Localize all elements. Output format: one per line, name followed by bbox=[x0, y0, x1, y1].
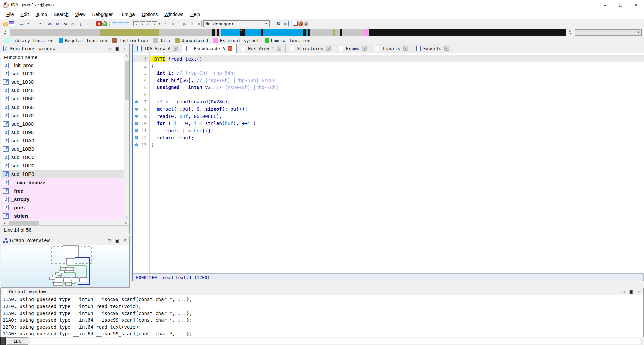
menu-edit[interactable]: Edit bbox=[17, 11, 32, 18]
reanalyze-icon[interactable]: A bbox=[96, 21, 102, 26]
minimize-button[interactable]: – bbox=[597, 0, 613, 10]
menu-help[interactable]: Help bbox=[187, 11, 203, 18]
open-hex-window-icon[interactable] bbox=[118, 22, 123, 26]
back-history-dropdown-icon[interactable]: ▾ bbox=[26, 20, 30, 27]
function-row[interactable]: f_puts bbox=[1, 203, 124, 212]
menu-options[interactable]: Options bbox=[138, 11, 161, 18]
maximize-button[interactable]: □ bbox=[613, 0, 628, 10]
forward-history-dropdown-icon[interactable]: ▾ bbox=[38, 20, 42, 27]
lumina-icon[interactable] bbox=[102, 21, 107, 26]
tab-exports[interactable]: Exports× bbox=[412, 44, 453, 53]
menu-windows[interactable]: Windows bbox=[161, 11, 187, 18]
close-button[interactable]: × bbox=[628, 0, 644, 10]
patch-program-icon[interactable]: * bbox=[162, 20, 169, 27]
scroll-up-icon[interactable]: ∧ bbox=[126, 53, 128, 58]
function-row[interactable]: fsub_10B0 bbox=[1, 145, 124, 153]
script-command-icon[interactable] bbox=[293, 21, 298, 26]
functions-list[interactable]: Function name f_init_procfsub_1020fsub_1… bbox=[1, 53, 129, 220]
navband-right-arrows[interactable]: ▶◀ bbox=[568, 30, 572, 35]
navband-range-selector[interactable]: ▼ bbox=[575, 29, 642, 36]
graph-overview-thumbnail[interactable] bbox=[1, 245, 129, 286]
scroll-down-icon[interactable]: ∨ bbox=[126, 215, 128, 220]
tab-pseudocode-a[interactable]: Pseudocode-A× bbox=[182, 44, 237, 53]
menu-file[interactable]: File bbox=[3, 11, 17, 18]
function-row[interactable]: fsub_1090 bbox=[1, 128, 124, 136]
float-panel-button[interactable]: ▣ bbox=[629, 290, 633, 294]
search-text-icon[interactable]: ∞ bbox=[46, 20, 53, 27]
menu-search[interactable]: Search bbox=[50, 11, 72, 18]
code-line-6[interactable]: 6 bbox=[133, 91, 644, 98]
navband-arrow-icon[interactable]: ▶ bbox=[3, 32, 7, 35]
debugger-start-icon[interactable]: ▶ bbox=[181, 20, 188, 27]
tab-close-icon[interactable]: × bbox=[444, 46, 449, 51]
make-code-icon[interactable]: c bbox=[133, 21, 139, 26]
function-row[interactable]: f_strlen bbox=[1, 212, 124, 220]
menu-jump[interactable]: Jump bbox=[32, 11, 50, 18]
float-panel-button[interactable]: ▣ bbox=[115, 238, 119, 243]
close-panel-button[interactable]: × bbox=[124, 238, 126, 243]
tab-hex-view-1[interactable]: Hex View-1× bbox=[237, 44, 286, 53]
search-names-icon[interactable]: ∞ bbox=[54, 20, 61, 27]
function-row[interactable]: fsub_10D0 bbox=[1, 161, 124, 170]
tab-close-icon[interactable]: × bbox=[228, 46, 232, 51]
function-row[interactable]: fsub_1080 bbox=[1, 120, 124, 128]
add-breakpoint-icon[interactable]: + bbox=[298, 21, 303, 26]
function-row[interactable]: fsub_1060 bbox=[1, 103, 124, 111]
function-row[interactable]: f_strcpy bbox=[1, 195, 124, 203]
pseudocode-view[interactable]: 1_BYTE *read_text()2{3 int i; // [rsp+Ch… bbox=[132, 53, 644, 273]
code-line-5[interactable]: 5 unsigned __int64 v3; // [rsp+48h] [rbp… bbox=[133, 84, 644, 91]
jump-to-address-icon[interactable]: ↓ bbox=[77, 20, 84, 27]
run-to-cursor-icon[interactable]: ▶ bbox=[283, 21, 289, 26]
maximize-panel-button[interactable]: □ bbox=[108, 238, 110, 243]
function-row[interactable]: f_free bbox=[1, 187, 124, 195]
collapsed-sidebar-handle[interactable] bbox=[0, 337, 6, 345]
functions-horizontal-scrollbar[interactable]: < > bbox=[1, 220, 129, 225]
tab-ida-view-a[interactable]: IDA View-A× bbox=[133, 44, 182, 53]
menu-lumina[interactable]: Lumina bbox=[116, 11, 138, 18]
function-name-column-header[interactable]: Function name bbox=[1, 53, 129, 61]
navigate-back-icon[interactable]: ← bbox=[18, 20, 25, 27]
navigate-forward-icon[interactable]: → bbox=[31, 20, 38, 27]
function-row[interactable]: fsub_1050 bbox=[1, 94, 124, 103]
tab-close-icon[interactable]: × bbox=[326, 46, 331, 51]
function-row[interactable]: fsub_1020 bbox=[1, 69, 124, 78]
function-row[interactable]: fsub_10E0 bbox=[1, 170, 124, 178]
tab-structures[interactable]: Structures× bbox=[286, 44, 335, 53]
horizontal-scroll-thumb[interactable] bbox=[9, 221, 39, 225]
debugger-selector[interactable]: No debugger▼ bbox=[203, 20, 270, 27]
debugger-pause-icon[interactable]: ‖ bbox=[189, 21, 195, 26]
save-file-icon[interactable] bbox=[9, 21, 14, 26]
search-immediate-icon[interactable]: ∞ bbox=[62, 20, 69, 27]
tab-enums[interactable]: Enums× bbox=[335, 44, 371, 53]
tab-close-icon[interactable]: × bbox=[173, 46, 178, 51]
jump-by-name-icon[interactable]: ☺ bbox=[85, 20, 92, 27]
navigation-band[interactable]: ↓ bbox=[10, 29, 566, 36]
vertical-splitter[interactable] bbox=[130, 44, 132, 288]
make-dropdown-icon[interactable]: ▾ bbox=[158, 20, 161, 27]
function-row[interactable]: f_init_proc bbox=[1, 61, 124, 69]
open-file-icon[interactable] bbox=[3, 22, 8, 26]
code-line-3[interactable]: 3 int i; // [rsp+Ch] [rbp-54h] bbox=[133, 70, 644, 77]
menu-view[interactable]: View bbox=[72, 11, 89, 18]
code-line-4[interactable]: 4 char buf[56]; // [rsp+10h] [rbp-50h] B… bbox=[133, 77, 644, 84]
recompile-icon[interactable]: ↻ bbox=[275, 20, 282, 27]
open-disassembly-window-icon[interactable] bbox=[112, 22, 117, 26]
output-log[interactable]: 11A0: using guessed type __int64 __isoc9… bbox=[1, 295, 643, 337]
code-line-9[interactable]: 9 read(0, buf, 0x100uLL); bbox=[133, 113, 644, 120]
vertical-scroll-thumb[interactable] bbox=[125, 61, 129, 100]
close-panel-button[interactable]: × bbox=[638, 290, 640, 294]
scroll-left-icon[interactable]: < bbox=[3, 221, 7, 225]
functions-vertical-scrollbar[interactable]: ∧ ∨ bbox=[124, 53, 129, 220]
code-line-1[interactable]: 1_BYTE *read_text() bbox=[133, 55, 644, 62]
maximize-panel-button[interactable]: □ bbox=[622, 290, 624, 294]
tab-imports[interactable]: Imports× bbox=[371, 44, 412, 53]
function-row[interactable]: f__cxa_finalize bbox=[1, 178, 124, 187]
code-line-10[interactable]: 10 for ( i = 0; i < strlen(buf); ++i ) bbox=[133, 120, 644, 127]
cli-input[interactable] bbox=[31, 338, 640, 344]
undefine-icon[interactable]: × bbox=[170, 20, 177, 27]
code-line-12[interactable]: 12 return ::buf; bbox=[133, 134, 644, 141]
code-line-11[interactable]: 11 ::buf[i] = buf[i]; bbox=[133, 127, 644, 134]
interpreter-selector-button[interactable]: IDC bbox=[7, 337, 28, 345]
make-data-icon[interactable]: d bbox=[140, 21, 145, 26]
code-line-7[interactable]: 7 v3 = __readfsqword(0x28u); bbox=[133, 98, 644, 105]
